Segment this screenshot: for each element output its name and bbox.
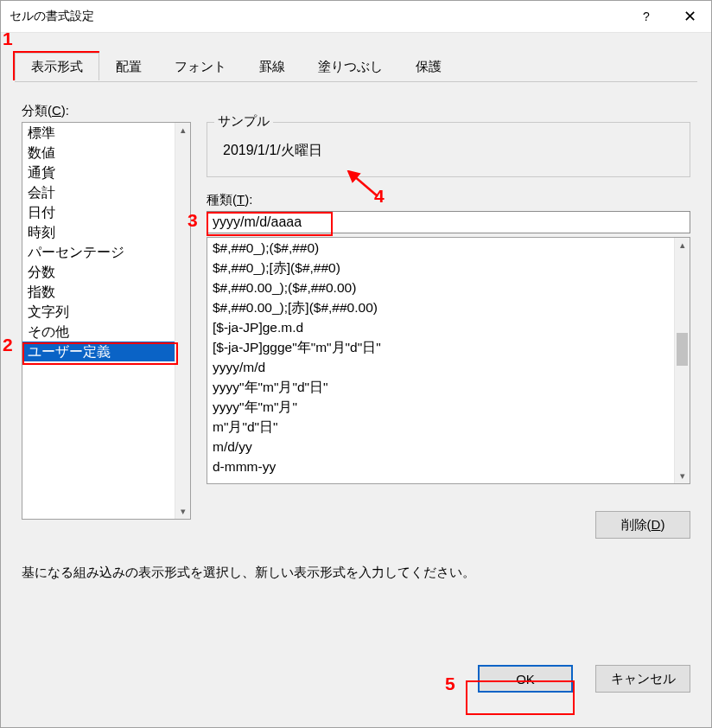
type-item[interactable]: [$-ja-JP]ggge"年"m"月"d"日" [207, 337, 690, 357]
type-item[interactable]: $#,##0.00_);[赤]($#,##0.00) [207, 297, 690, 317]
type-input[interactable] [207, 211, 690, 233]
help-button[interactable]: ? [625, 1, 668, 32]
scroll-down-icon[interactable]: ▾ [175, 504, 190, 519]
type-item[interactable]: yyyy/m/d [207, 357, 690, 377]
tab-0[interactable]: 表示形式 [15, 53, 99, 80]
tab-2[interactable]: フォント [158, 53, 243, 80]
category-item[interactable]: パーセンテージ [22, 242, 190, 262]
scroll-up-icon[interactable]: ▴ [175, 123, 190, 137]
type-label: 種類(T): [207, 192, 252, 208]
tab-5[interactable]: 保護 [399, 53, 458, 80]
delete-button[interactable]: 削除(D) [595, 511, 690, 539]
titlebar: セルの書式設定 ? ✕ [1, 1, 711, 33]
category-item[interactable]: 標準 [22, 123, 190, 143]
sample-value: 2019/1/1/火曜日 [223, 142, 322, 160]
category-item[interactable]: 会計 [22, 182, 190, 202]
type-item[interactable]: yyyy"年"m"月" [207, 397, 690, 417]
category-item[interactable]: ユーザー定義 [22, 342, 190, 361]
cancel-button[interactable]: キャンセル [595, 665, 690, 693]
tab-content: 分類(C): 標準数値通貨会計日付時刻パーセンテージ分数指数文字列その他ユーザー… [22, 93, 690, 710]
dialog-client: 表示形式配置フォント罫線塗りつぶし保護 分類(C): 標準数値通貨会計日付時刻パ… [1, 32, 711, 727]
close-button[interactable]: ✕ [668, 1, 711, 32]
category-listbox[interactable]: 標準数値通貨会計日付時刻パーセンテージ分数指数文字列その他ユーザー定義 ▴ ▾ [22, 122, 191, 520]
category-item[interactable]: 指数 [22, 282, 190, 302]
type-item[interactable]: d-mmm-yy [207, 457, 690, 476]
tabstrip: 表示形式配置フォント罫線塗りつぶし保護 [15, 53, 458, 80]
type-scrollbar[interactable]: ▴ ▾ [674, 238, 690, 483]
format-cells-dialog: セルの書式設定 ? ✕ 表示形式配置フォント罫線塗りつぶし保護 分類(C): 標… [0, 0, 712, 728]
sample-legend: サンプル [214, 113, 273, 130]
type-item[interactable]: yyyy"年"m"月"d"日" [207, 377, 690, 397]
scroll-down-icon[interactable]: ▾ [675, 469, 690, 483]
category-item[interactable]: その他 [22, 322, 190, 342]
category-item[interactable]: 数値 [22, 143, 190, 163]
category-label: 分類(C): [22, 103, 69, 119]
type-item[interactable]: $#,##0_);[赤]($#,##0) [207, 258, 690, 278]
ok-button[interactable]: OK [478, 665, 573, 693]
tab-baseline [15, 81, 697, 82]
tab-3[interactable]: 罫線 [243, 53, 302, 80]
tab-4[interactable]: 塗りつぶし [302, 53, 399, 80]
type-item[interactable]: [$-ja-JP]ge.m.d [207, 317, 690, 337]
tab-1[interactable]: 配置 [99, 53, 158, 80]
category-item[interactable]: 文字列 [22, 302, 190, 322]
category-item[interactable]: 分数 [22, 262, 190, 282]
type-listbox[interactable]: $#,##0_);($#,##0)$#,##0_);[赤]($#,##0)$#,… [207, 237, 690, 484]
sample-group: サンプル 2019/1/1/火曜日 [207, 122, 690, 177]
window-title: セルの書式設定 [10, 9, 625, 24]
type-item[interactable]: m"月"d"日" [207, 417, 690, 437]
category-item[interactable]: 日付 [22, 202, 190, 222]
category-item[interactable]: 時刻 [22, 222, 190, 242]
type-item[interactable]: $#,##0_);($#,##0) [207, 238, 690, 258]
help-text: 基になる組み込みの表示形式を選択し、新しい表示形式を入力してください。 [22, 565, 475, 581]
type-item[interactable]: m/d/yy [207, 437, 690, 457]
scroll-thumb[interactable] [677, 333, 688, 366]
category-item[interactable]: 通貨 [22, 163, 190, 182]
type-item[interactable]: $#,##0.00_);($#,##0.00) [207, 278, 690, 297]
scroll-up-icon[interactable]: ▴ [675, 238, 690, 252]
category-scrollbar[interactable]: ▴ ▾ [175, 123, 190, 519]
